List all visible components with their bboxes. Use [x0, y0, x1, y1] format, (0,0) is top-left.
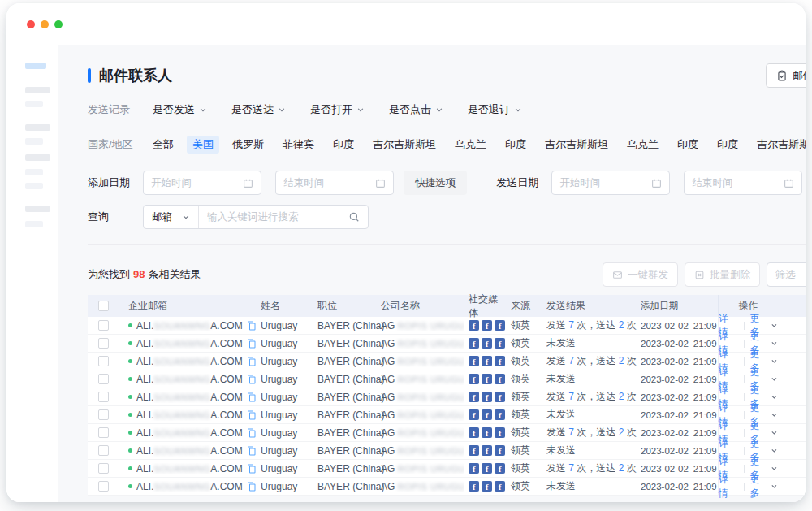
- chevron-down-icon: [435, 106, 443, 114]
- company-masked: ROPIS URUGU: [398, 392, 464, 402]
- facebook-icon[interactable]: f: [495, 463, 505, 474]
- more-link[interactable]: 更多: [750, 473, 778, 500]
- country-filter-item[interactable]: 吉尔吉斯斯坦: [545, 137, 608, 152]
- facebook-icon[interactable]: f: [469, 320, 479, 331]
- facebook-icon[interactable]: f: [482, 409, 492, 420]
- email-suffix: A.COM: [210, 338, 242, 349]
- row-checkbox[interactable]: [98, 374, 109, 384]
- detail-link[interactable]: 详情: [719, 473, 738, 500]
- row-checkbox[interactable]: [98, 356, 109, 366]
- facebook-icon[interactable]: f: [495, 409, 505, 420]
- facebook-icon[interactable]: f: [469, 463, 479, 474]
- row-checkbox[interactable]: [98, 392, 109, 402]
- facebook-icon[interactable]: f: [469, 409, 479, 420]
- send-date-end-input[interactable]: [684, 171, 802, 195]
- chevron-down-icon: [771, 465, 778, 472]
- country-filter-item[interactable]: 吉尔吉斯斯坦: [757, 137, 806, 152]
- column-header: 社交媒体: [464, 292, 507, 320]
- mail-report-button[interactable]: 邮件报告: [766, 63, 806, 88]
- copy-icon[interactable]: [247, 464, 257, 474]
- country-filter-item[interactable]: 美国: [187, 136, 219, 154]
- facebook-icon[interactable]: f: [495, 427, 505, 438]
- copy-icon[interactable]: [247, 375, 257, 384]
- country-filter-item[interactable]: 印度: [505, 137, 526, 152]
- facebook-icon[interactable]: f: [495, 356, 505, 366]
- facebook-icon[interactable]: f: [469, 481, 479, 492]
- row-checkbox[interactable]: [98, 338, 109, 349]
- facebook-icon[interactable]: f: [469, 392, 479, 402]
- minimize-window-icon[interactable]: [41, 20, 49, 28]
- country-filter-item[interactable]: 印度: [333, 137, 354, 152]
- row-checkbox[interactable]: [98, 463, 109, 474]
- facebook-icon[interactable]: f: [482, 481, 492, 492]
- add-date-quick-options-button[interactable]: 快捷选项: [404, 171, 467, 195]
- country-filter-item[interactable]: 乌克兰: [627, 137, 659, 152]
- facebook-icon[interactable]: f: [469, 445, 479, 456]
- copy-icon[interactable]: [247, 339, 257, 349]
- facebook-icon[interactable]: f: [495, 320, 505, 331]
- country-filter-item[interactable]: 印度: [677, 137, 698, 152]
- search-type-select[interactable]: 邮箱: [144, 206, 199, 228]
- facebook-icon[interactable]: f: [482, 356, 492, 366]
- copy-icon[interactable]: [247, 410, 257, 420]
- add-date-end-input[interactable]: [275, 171, 394, 195]
- filter-dropdown[interactable]: 是否送达: [231, 102, 286, 117]
- facebook-icon[interactable]: f: [482, 463, 492, 474]
- chevron-down-icon: [771, 429, 778, 436]
- copy-icon[interactable]: [247, 428, 257, 438]
- facebook-icon[interactable]: f: [482, 392, 492, 402]
- results-count-text: 为您找到98条相关结果: [88, 267, 201, 282]
- row-checkbox[interactable]: [98, 427, 109, 438]
- facebook-icon[interactable]: f: [495, 338, 505, 349]
- copy-icon[interactable]: [247, 357, 257, 366]
- facebook-icon[interactable]: f: [495, 392, 505, 402]
- row-checkbox[interactable]: [98, 320, 109, 331]
- bulk-send-button[interactable]: 一键群发: [603, 262, 678, 287]
- copy-icon[interactable]: [247, 321, 257, 331]
- filter-dropdown[interactable]: 是否点击: [389, 102, 443, 117]
- facebook-icon[interactable]: f: [495, 445, 505, 456]
- facebook-icon[interactable]: f: [482, 374, 492, 384]
- country-filter-item[interactable]: 吉尔吉斯斯坦: [373, 137, 436, 152]
- maximize-window-icon[interactable]: [54, 20, 63, 28]
- copy-icon[interactable]: [247, 482, 257, 492]
- row-checkbox[interactable]: [98, 409, 109, 420]
- send-date-start-field[interactable]: [559, 177, 646, 188]
- filter-dropdown[interactable]: 是否退订: [468, 102, 522, 117]
- facebook-icon[interactable]: f: [495, 374, 505, 384]
- actions-divider: [744, 357, 745, 366]
- send-date-start-input[interactable]: [551, 171, 670, 195]
- add-date-start-input[interactable]: [143, 171, 261, 195]
- country-filter-item[interactable]: 菲律宾: [283, 137, 314, 152]
- filter-select[interactable]: 筛选: [767, 262, 806, 287]
- copy-icon[interactable]: [247, 446, 257, 456]
- search-input[interactable]: [207, 211, 343, 223]
- send-result-cell: 未发送: [542, 336, 637, 350]
- table-body: ALI. SOUANWNG A.COM Uruguay BAYER (China…: [88, 317, 806, 496]
- search-icon[interactable]: [348, 211, 360, 223]
- facebook-icon[interactable]: f: [482, 320, 492, 331]
- row-checkbox[interactable]: [98, 445, 109, 456]
- country-filter-item[interactable]: 乌克兰: [455, 137, 486, 152]
- facebook-icon[interactable]: f: [482, 427, 492, 438]
- facebook-icon[interactable]: f: [469, 374, 479, 384]
- filter-dropdown[interactable]: 是否发送: [153, 102, 207, 117]
- facebook-icon[interactable]: f: [482, 338, 492, 349]
- add-date-end-field[interactable]: [283, 177, 370, 188]
- close-window-icon[interactable]: [27, 20, 35, 28]
- filter-dropdown[interactable]: 是否打开: [310, 102, 365, 117]
- copy-icon[interactable]: [247, 392, 257, 402]
- country-filter-item[interactable]: 全部: [153, 137, 174, 152]
- country-filter-item[interactable]: 俄罗斯: [232, 137, 264, 152]
- facebook-icon[interactable]: f: [482, 445, 492, 456]
- bulk-delete-button[interactable]: 批量删除: [685, 262, 760, 287]
- add-date-start-field[interactable]: [151, 177, 238, 188]
- facebook-icon[interactable]: f: [495, 481, 505, 492]
- row-checkbox[interactable]: [98, 481, 109, 492]
- select-all-checkbox[interactable]: [98, 301, 109, 311]
- facebook-icon[interactable]: f: [469, 338, 479, 349]
- send-date-end-field[interactable]: [692, 177, 779, 188]
- facebook-icon[interactable]: f: [469, 427, 479, 438]
- country-filter-item[interactable]: 印度: [717, 137, 738, 152]
- facebook-icon[interactable]: f: [469, 356, 479, 366]
